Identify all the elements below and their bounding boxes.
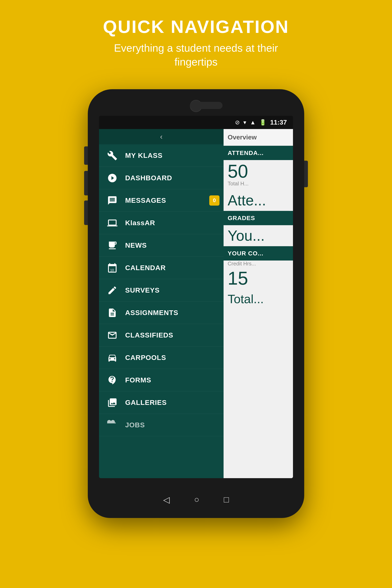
dashboard-icon <box>105 171 120 185</box>
galleries-label: GALLERIES <box>125 398 167 406</box>
signal-icon: ▲ <box>250 119 256 126</box>
forms-icon <box>105 373 120 387</box>
blocked-icon: ⊘ <box>235 119 240 126</box>
carpools-icon <box>105 350 120 365</box>
page-title: QUICK NAVIGATION <box>103 16 289 37</box>
phone-shell: ⊘ ▾ ▲ 🔋 11:37 ‹ <box>88 89 304 518</box>
surveys-icon <box>105 283 120 298</box>
volume-silent-button <box>84 146 88 165</box>
nav-item-news[interactable]: NEWS <box>99 234 224 257</box>
phone-mockup: ⊘ ▾ ▲ 🔋 11:37 ‹ <box>88 89 304 518</box>
svg-text:10: 10 <box>110 268 114 272</box>
credit-value: 15 <box>224 267 293 290</box>
assignments-label: ASSIGNMENTS <box>125 309 178 317</box>
page-subtitle: Everything a student needs at their fing… <box>104 41 288 69</box>
overview-tab[interactable]: Overview <box>224 129 293 146</box>
calendar-label: CALENDAR <box>125 264 166 272</box>
home-button-area: ◁ ○ □ <box>88 481 304 518</box>
wifi-icon: ▾ <box>243 119 246 126</box>
phone-screen: ⊘ ▾ ▲ 🔋 11:37 ‹ <box>99 116 293 478</box>
volume-down-button <box>84 200 88 225</box>
power-button <box>304 161 308 187</box>
classifieds-icon <box>105 328 120 342</box>
nav-item-my-klass[interactable]: MY KLASS <box>99 144 224 167</box>
status-bar: ⊘ ▾ ▲ 🔋 11:37 <box>99 116 293 129</box>
nav-item-assignments[interactable]: ASSIGNMENTS <box>99 302 224 324</box>
grades-text: You... <box>224 225 293 246</box>
app-content: ‹ MY KLASS DASHBOARD <box>99 129 293 478</box>
status-time: 11:37 <box>270 118 287 126</box>
credit-hrs-label: Credit Hrs... <box>224 260 293 267</box>
klassar-icon <box>105 216 120 230</box>
home-nav-button[interactable]: ○ <box>194 495 199 504</box>
calendar-icon: 10 <box>105 261 120 275</box>
messages-icon <box>105 193 120 208</box>
nav-item-classifieds[interactable]: CLASSIFIEDS <box>99 324 224 346</box>
volume-up-button <box>84 171 88 196</box>
your-courses-header: YOUR CO... <box>224 246 293 260</box>
nav-drawer: ‹ MY KLASS DASHBOARD <box>99 129 224 478</box>
battery-icon: 🔋 <box>259 119 266 126</box>
total-label: Total... <box>224 290 293 308</box>
my-klass-label: MY KLASS <box>125 152 162 160</box>
surveys-label: SURVEYS <box>125 286 160 294</box>
jobs-icon <box>105 418 120 432</box>
dashboard-label: DASHBOARD <box>125 174 172 182</box>
news-label: NEWS <box>125 241 147 249</box>
nav-item-jobs[interactable]: JOBS <box>99 414 224 436</box>
carpools-label: CARPOOLS <box>125 354 166 362</box>
classifieds-label: CLASSIFIEDS <box>125 331 173 339</box>
attendance-sub: Total H... <box>224 180 293 190</box>
recent-nav-button[interactable]: □ <box>224 495 229 504</box>
messages-label: MESSAGES <box>125 196 166 204</box>
overview-tab-label: Overview <box>228 134 257 141</box>
nav-item-galleries[interactable]: GALLERIES <box>99 392 224 414</box>
nav-item-klassar[interactable]: KlassAR <box>99 212 224 234</box>
back-icon[interactable]: ‹ <box>160 132 162 141</box>
nav-item-calendar[interactable]: 10 CALENDAR <box>99 257 224 279</box>
klassar-label: KlassAR <box>125 219 155 227</box>
nav-item-surveys[interactable]: SURVEYS <box>99 279 224 302</box>
attendance-header: ATTENDA... <box>224 146 293 160</box>
grades-header: GRADES <box>224 211 293 225</box>
nav-header[interactable]: ‹ <box>99 129 224 144</box>
speaker <box>190 102 222 109</box>
nav-item-dashboard[interactable]: DASHBOARD <box>99 167 224 189</box>
my-klass-icon <box>105 148 120 163</box>
messages-badge: 0 <box>209 196 220 206</box>
forms-label: FORMS <box>125 376 151 384</box>
assignments-icon <box>105 306 120 320</box>
nav-item-forms[interactable]: FORMS <box>99 369 224 392</box>
news-icon <box>105 238 120 252</box>
right-panel: Overview ATTENDA... 50 Total H... Atte..… <box>224 129 293 478</box>
nav-item-carpools[interactable]: CARPOOLS <box>99 346 224 369</box>
back-nav-button[interactable]: ◁ <box>163 495 170 505</box>
nav-item-messages[interactable]: MESSAGES 0 <box>99 189 224 212</box>
attendance-value: 50 <box>224 160 293 180</box>
jobs-label: JOBS <box>125 421 145 429</box>
galleries-icon <box>105 396 120 410</box>
attendance-text: Atte... <box>224 190 293 211</box>
